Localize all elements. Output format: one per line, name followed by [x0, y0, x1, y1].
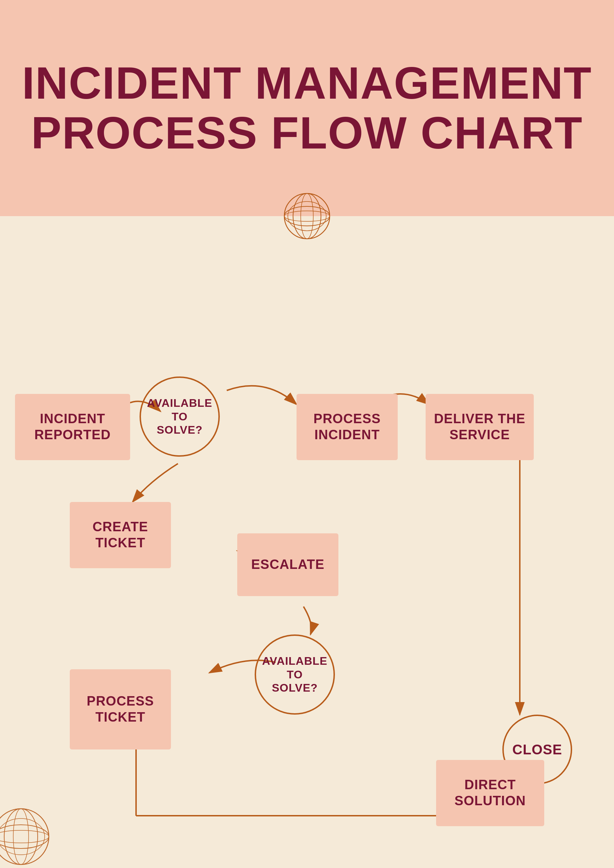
- svg-point-10: [13, 809, 29, 865]
- svg-point-6: [0, 809, 49, 865]
- body-section: INCIDENT REPORTED AVAILABLE TO SOLVE? PR…: [0, 216, 614, 868]
- svg-point-8: [0, 825, 49, 848]
- direct-solution-node: DIRECT SOLUTION: [436, 760, 544, 826]
- header-section: INCIDENT MANAGEMENT PROCESS FLOW CHART: [0, 0, 614, 216]
- svg-point-7: [4, 809, 38, 865]
- globe-icon-top: [281, 190, 333, 242]
- main-title: INCIDENT MANAGEMENT PROCESS FLOW CHART: [21, 58, 593, 158]
- svg-point-3: [284, 211, 330, 222]
- svg-point-1: [293, 194, 321, 239]
- svg-point-9: [0, 830, 49, 843]
- svg-point-4: [301, 194, 313, 239]
- svg-point-0: [284, 194, 330, 239]
- available-to-solve-2-node: AVAILABLE TO SOLVE?: [255, 634, 335, 715]
- escalate-node: ESCALATE: [237, 533, 338, 596]
- available-to-solve-1-node: AVAILABLE TO SOLVE?: [140, 377, 220, 457]
- process-ticket-node: PROCESS TICKET: [70, 669, 171, 749]
- svg-point-5: [288, 202, 326, 231]
- create-ticket-node: CREATE TICKET: [70, 502, 171, 568]
- deliver-service-node: DELIVER THE SERVICE: [426, 394, 534, 460]
- globe-icon-bottom: [0, 805, 66, 868]
- process-incident-node: PROCESS INCIDENT: [297, 394, 398, 460]
- svg-point-2: [284, 206, 330, 226]
- incident-reported-node: INCIDENT REPORTED: [15, 394, 130, 460]
